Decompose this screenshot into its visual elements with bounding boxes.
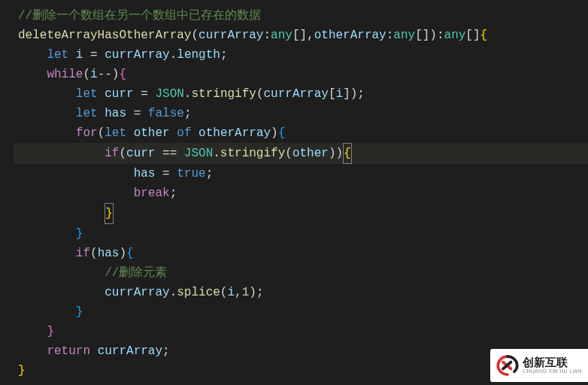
matching-bracket: }	[105, 203, 114, 224]
code-line: for(let other of otherArray){	[14, 123, 588, 143]
watermark-text-en: CHUANG XIN HU LIAN	[523, 368, 582, 374]
code-line: deleteArrayHasOtherArray(currArray:any[]…	[14, 26, 588, 45]
code-line: //删除一个数组在另一个数组中已存在的数据	[14, 6, 588, 26]
watermark-badge: 创新互联 CHUANG XIN HU LIAN	[490, 349, 588, 382]
code-line: has = true;	[14, 164, 588, 183]
code-line: currArray.splice(i,1);	[14, 283, 588, 302]
code-line: }	[14, 302, 588, 322]
code-line: let i = currArray.length;	[14, 45, 588, 65]
code-line: }	[14, 203, 588, 224]
code-line: }	[14, 322, 588, 341]
code-line: }	[14, 224, 588, 244]
watermark-text-cn: 创新互联	[523, 356, 582, 369]
code-line-active: if(curr == JSON.stringify(other)){	[14, 143, 588, 164]
code-line: //删除元素	[14, 263, 588, 283]
code-line: break;	[14, 183, 588, 203]
comment: //删除一个数组在另一个数组中已存在的数据	[18, 9, 261, 23]
code-line: while(i--){	[14, 65, 588, 84]
code-editor[interactable]: //删除一个数组在另一个数组中已存在的数据 deleteArrayHasOthe…	[0, 0, 588, 380]
watermark-logo-icon	[496, 354, 519, 377]
code-line: if(has){	[14, 244, 588, 263]
code-line: let has = false;	[14, 104, 588, 123]
function-name: deleteArrayHasOtherArray	[18, 29, 191, 42]
code-line: let curr = JSON.stringify(currArray[i]);	[14, 84, 588, 104]
cursor-bracket: {	[343, 143, 352, 164]
